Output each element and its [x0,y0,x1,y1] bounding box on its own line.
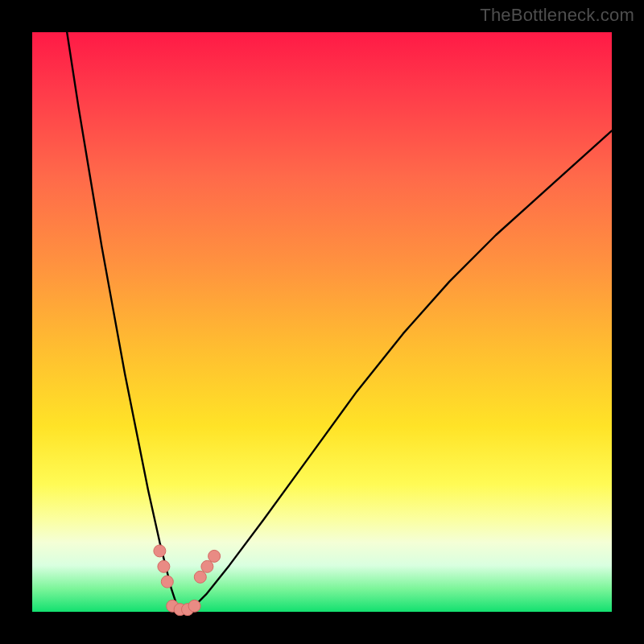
marker-dot [188,600,200,612]
marker-dot [161,576,173,588]
bottleneck-curve [67,32,612,612]
marker-dot [201,560,213,572]
plot-area [32,32,612,612]
curve-layer [32,32,612,612]
marker-dot [208,550,221,562]
marker-dot [194,571,206,583]
curve-markers [154,545,221,616]
watermark-text: TheBottleneck.com [480,5,634,26]
marker-dot [154,545,166,557]
marker-dot [158,560,170,572]
chart-frame: TheBottleneck.com [0,0,644,644]
